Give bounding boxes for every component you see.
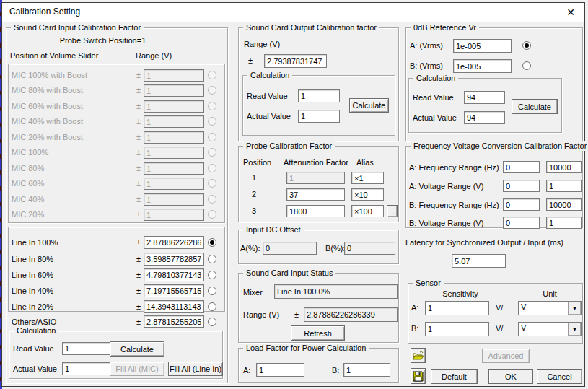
mic-range-input[interactable] <box>144 84 204 97</box>
linein-row-label: Line In 60% <box>12 271 53 280</box>
alias-input[interactable] <box>351 205 384 217</box>
output-range-input[interactable] <box>264 54 327 68</box>
linein-range-input[interactable] <box>144 284 204 297</box>
refresh-button[interactable]: Refresh <box>291 325 345 341</box>
mic-range-radio[interactable] <box>208 102 216 110</box>
mic-range-input[interactable] <box>144 100 204 113</box>
linein-range-radio[interactable] <box>208 238 216 247</box>
read-value-input[interactable] <box>464 91 505 104</box>
others-asio-radio[interactable] <box>208 318 216 326</box>
load-factor-b-input[interactable] <box>343 363 390 377</box>
range-header: Range (V) <box>136 51 172 61</box>
dc-offset-a-input[interactable] <box>263 242 317 255</box>
actual-value-input[interactable] <box>298 110 340 123</box>
mic-range-radio[interactable] <box>208 195 216 204</box>
sensor-b-unit-select[interactable]: V ▼ <box>518 322 582 336</box>
dc-offset-b-input[interactable] <box>344 242 395 255</box>
mic-range-input[interactable] <box>144 178 204 190</box>
calculate-button[interactable]: Calculate <box>349 98 389 113</box>
mic-range-radio[interactable] <box>208 148 216 157</box>
more-options-button[interactable]: ... <box>387 205 398 217</box>
alias-header: Alias <box>356 158 374 167</box>
linein-range-radio[interactable] <box>208 302 216 311</box>
freq-volt-from-input[interactable] <box>503 180 540 192</box>
chevron-down-icon[interactable]: ▼ <box>568 302 581 315</box>
ok-button[interactable]: OK <box>488 369 533 384</box>
group-title: Load Factor for Power Calculation <box>243 344 369 353</box>
sensor-a-sensitivity-input[interactable] <box>425 301 489 315</box>
linein-range-input[interactable] <box>144 268 204 281</box>
open-folder-icon <box>413 351 424 360</box>
ref-b-input[interactable] <box>453 59 512 73</box>
alias-input[interactable] <box>351 188 384 201</box>
actual-value-label: Actual Value <box>13 364 57 374</box>
mic-range-input[interactable] <box>144 115 204 128</box>
attenuation-input[interactable] <box>286 172 345 184</box>
mic-range-input[interactable] <box>144 69 204 82</box>
mic-range-radio[interactable] <box>208 86 216 95</box>
actual-value-label: Actual Value <box>413 113 457 123</box>
group-title: Probe Calibration Factor <box>243 141 335 151</box>
read-value-input[interactable] <box>298 89 340 102</box>
mic-range-radio[interactable] <box>208 164 216 172</box>
freq-volt-to-input[interactable] <box>546 198 582 211</box>
actual-value-input[interactable] <box>464 111 505 124</box>
mic-range-input[interactable] <box>144 131 204 144</box>
open-file-button[interactable] <box>411 348 426 363</box>
linein-range-radio[interactable] <box>208 287 216 295</box>
mic-range-radio[interactable] <box>208 71 216 79</box>
others-asio-range-input[interactable] <box>144 315 204 328</box>
status-range-label: Range (V) <box>243 310 279 320</box>
ref-a-radio[interactable] <box>522 41 531 50</box>
group-title: Calculation <box>413 74 458 83</box>
ref-a-label: A: (Vrms) <box>410 41 443 51</box>
plus-minus: ± <box>136 164 141 173</box>
linein-range-input[interactable] <box>144 236 204 249</box>
fill-all-mic-button[interactable]: Fill All (MIC) <box>110 362 164 376</box>
attenuation-input[interactable] <box>286 205 345 217</box>
mic-range-radio[interactable] <box>208 117 216 126</box>
default-button[interactable]: Default <box>431 369 478 384</box>
alias-input[interactable] <box>351 172 384 184</box>
freq-volt-from-input[interactable] <box>503 217 540 229</box>
ref-b-radio[interactable] <box>522 61 531 70</box>
linein-range-input[interactable] <box>144 253 204 266</box>
latency-input[interactable] <box>452 254 506 268</box>
freq-volt-from-input[interactable] <box>503 198 540 211</box>
mic-range-radio[interactable] <box>208 133 216 141</box>
mic-range-radio[interactable] <box>208 210 216 219</box>
calculate-button[interactable]: Calculate <box>110 341 164 357</box>
freq-volt-to-input[interactable] <box>546 161 582 173</box>
linein-row-label: Line In 40% <box>12 287 53 296</box>
mic-range-input[interactable] <box>144 209 204 221</box>
attenuation-input[interactable] <box>286 188 345 201</box>
freq-volt-to-input[interactable] <box>546 180 582 192</box>
chevron-down-icon[interactable]: ▼ <box>568 323 581 336</box>
mic-range-input[interactable] <box>144 162 204 175</box>
linein-range-input[interactable] <box>144 300 204 313</box>
load-factor-a-input[interactable] <box>256 363 304 377</box>
mic-row-label: MIC 80% <box>12 164 44 173</box>
close-icon[interactable]: ✕ <box>562 5 579 19</box>
linein-range-radio[interactable] <box>208 271 216 279</box>
mic-range-input[interactable] <box>144 193 204 206</box>
sensor-b-sensitivity-input[interactable] <box>425 322 489 336</box>
ref-a-input[interactable] <box>453 39 512 53</box>
save-button[interactable] <box>411 368 426 384</box>
status-range-field <box>304 307 398 322</box>
freq-volt-from-input[interactable] <box>503 161 540 173</box>
mic-range-input[interactable] <box>144 147 204 159</box>
linein-range-radio[interactable] <box>208 255 216 263</box>
plus-minus: ± <box>136 117 141 126</box>
fill-all-linein-button[interactable]: Fill All (Line In) <box>168 362 223 376</box>
group-title: Sound Card Input Status <box>243 268 335 278</box>
sensor-a-unit-select[interactable]: V ▼ <box>518 301 582 315</box>
freq-volt-row-label: B: Frequency Range (Hz) <box>409 201 499 210</box>
sensor-b-label: B: <box>411 324 418 333</box>
advanced-button[interactable]: Advanced <box>482 349 530 363</box>
mic-range-radio[interactable] <box>208 179 216 188</box>
freq-volt-to-input[interactable] <box>546 217 582 229</box>
calculate-button[interactable]: Calculate <box>512 99 558 114</box>
cancel-button[interactable]: Cancel <box>537 369 582 384</box>
actual-value-label: Actual Value <box>247 112 291 121</box>
